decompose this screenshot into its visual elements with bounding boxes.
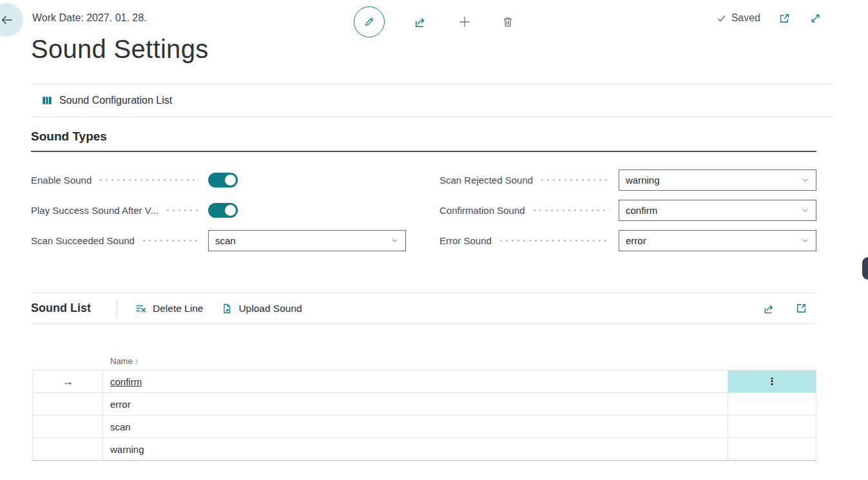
open-in-new-icon <box>795 302 808 315</box>
share-icon <box>413 14 429 30</box>
name-column-label: Name <box>110 356 133 366</box>
new-button[interactable] <box>457 14 472 30</box>
sound-types-fields: Enable Sound Scan Rejected Sound warning <box>31 165 816 256</box>
row-actions-cell[interactable]: ⋮ <box>728 370 816 392</box>
side-panel-handle[interactable] <box>862 257 868 280</box>
trash-icon <box>501 15 515 29</box>
delete-line-icon <box>135 302 148 315</box>
popout-icon <box>778 12 791 25</box>
share-list-button[interactable] <box>762 302 776 316</box>
name-cell[interactable]: scan <box>103 416 728 437</box>
current-row-arrow-icon: → <box>62 375 73 389</box>
field-label: Play Success Sound After V... <box>31 205 159 216</box>
edit-button[interactable] <box>354 6 385 37</box>
dotted-leader <box>141 240 199 242</box>
toolbar-divider <box>117 299 117 318</box>
select-value: confirm <box>626 205 657 216</box>
row-actions-cell[interactable] <box>728 393 816 415</box>
chevron-down-icon <box>800 206 810 215</box>
row-actions-cell[interactable] <box>728 438 816 460</box>
row-selector-cell[interactable] <box>32 393 103 415</box>
field-label: Enable Sound <box>31 175 92 186</box>
plus-icon <box>457 14 472 30</box>
related-links-row: Sound Configuration List <box>31 84 833 117</box>
pencil-icon <box>362 15 376 29</box>
table-header-row: Name ↑ <box>32 352 816 370</box>
scan-rejected-sound-select[interactable]: warning <box>619 169 816 191</box>
table-body: → confirm ⋮ error <box>32 370 816 461</box>
dotted-leader <box>165 209 199 211</box>
sound-settings-page: Work Date: 2027. 01. 28. <box>0 0 868 480</box>
error-sound-select[interactable]: error <box>619 230 816 251</box>
chevron-down-icon <box>800 175 810 185</box>
dotted-leader <box>539 179 610 181</box>
field-label: Scan Succeeded Sound <box>31 235 135 246</box>
saved-check-icon <box>716 13 727 24</box>
enable-sound-toggle[interactable] <box>208 173 238 187</box>
chevron-down-icon <box>800 236 810 245</box>
share-icon <box>762 302 776 316</box>
field-label: Scan Rejected Sound <box>439 175 533 186</box>
saved-label: Saved <box>731 12 760 24</box>
save-status: Saved <box>716 12 760 24</box>
upload-file-icon <box>220 302 233 315</box>
sort-ascending-icon: ↑ <box>135 356 139 366</box>
sound-list-toolbar: Sound List Delete Line <box>31 293 816 324</box>
field-label: Error Sound <box>439 235 492 246</box>
toggle-knob <box>225 205 236 216</box>
field-play-success-sound: Play Success Sound After V... <box>31 195 406 226</box>
delete-line-label: Delete Line <box>153 303 203 314</box>
scan-succeeded-sound-select[interactable]: scan <box>208 230 406 251</box>
expand-icon <box>809 12 822 25</box>
play-success-sound-toggle[interactable] <box>208 203 238 218</box>
sound-list-section: Sound List Delete Line <box>31 293 816 461</box>
open-list-in-new-button[interactable] <box>795 302 808 315</box>
sound-configuration-list-label: Sound Configuration List <box>59 95 172 106</box>
sound-types-section: Sound Types Enable Sound Scan Rejected S… <box>31 130 816 256</box>
table-row: → confirm ⋮ <box>32 370 816 393</box>
field-scan-rejected-sound: Scan Rejected Sound warning <box>439 165 816 195</box>
row-actions-cell[interactable] <box>728 416 816 437</box>
select-value: error <box>626 235 646 246</box>
row-selector-cell[interactable] <box>32 416 103 437</box>
dotted-leader <box>532 209 610 211</box>
table-row: scan <box>32 416 816 438</box>
table-icon <box>41 95 53 106</box>
name-cell[interactable]: warning <box>103 438 728 460</box>
toggle-knob <box>225 175 236 186</box>
delete-button[interactable] <box>501 15 515 29</box>
sound-types-heading: Sound Types <box>31 130 816 152</box>
field-error-sound: Error Sound error <box>439 226 816 256</box>
sound-list-table: Name ↑ → confirm ⋮ <box>32 352 816 461</box>
name-cell[interactable]: error <box>103 393 728 415</box>
sound-configuration-list-link[interactable]: Sound Configuration List <box>41 95 172 106</box>
maximize-button[interactable] <box>809 12 822 25</box>
table-row: error <box>32 393 816 416</box>
row-selector-cell[interactable] <box>32 438 103 460</box>
open-in-new-window-button[interactable] <box>778 12 791 25</box>
dotted-leader <box>498 240 610 242</box>
page-actions <box>354 6 515 37</box>
upload-sound-label: Upload Sound <box>238 303 302 314</box>
sound-list-heading: Sound List <box>31 302 91 315</box>
table-row: warning <box>32 438 816 461</box>
sound-name: error <box>110 399 131 410</box>
confirmation-sound-select[interactable]: confirm <box>619 200 816 221</box>
name-column-header[interactable]: Name ↑ <box>103 356 728 366</box>
sound-name-link[interactable]: confirm <box>110 376 142 387</box>
top-action-bar: Work Date: 2027. 01. 28. <box>0 0 868 28</box>
delete-line-button[interactable]: Delete Line <box>135 302 203 315</box>
page-title: Sound Settings <box>31 34 868 64</box>
field-label: Confirmation Sound <box>439 205 525 216</box>
sound-name: warning <box>110 444 144 455</box>
field-scan-succeeded-sound: Scan Succeeded Sound scan <box>31 226 406 256</box>
name-cell[interactable]: confirm <box>103 370 728 392</box>
upload-sound-button[interactable]: Upload Sound <box>220 302 302 315</box>
work-date-label: Work Date: 2027. 01. 28. <box>32 12 147 24</box>
select-value: warning <box>626 175 660 186</box>
share-button[interactable] <box>413 14 429 30</box>
dotted-leader <box>98 179 199 181</box>
select-value: scan <box>215 235 236 246</box>
row-selector-cell[interactable]: → <box>32 370 103 392</box>
field-enable-sound: Enable Sound <box>31 165 406 195</box>
